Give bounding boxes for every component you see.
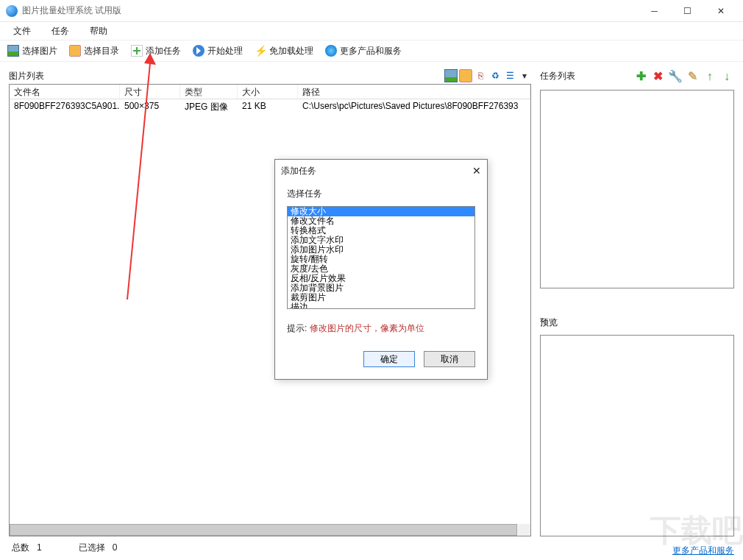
task-list-title: 任务列表 bbox=[540, 70, 575, 82]
list-view-icon[interactable]: ☰ bbox=[503, 69, 516, 82]
group-label: 选择任务 bbox=[287, 188, 475, 200]
play-icon bbox=[193, 45, 205, 57]
select-images-button[interactable]: 选择图片 bbox=[4, 43, 60, 59]
preview-panel bbox=[540, 335, 734, 536]
preview-title: 预览 bbox=[540, 316, 734, 329]
col-path[interactable]: 路径 bbox=[298, 85, 530, 99]
select-folder-button[interactable]: 选择目录 bbox=[66, 43, 122, 59]
menu-help[interactable]: 帮助 bbox=[84, 24, 113, 39]
col-size[interactable]: 尺寸 bbox=[120, 85, 180, 99]
ok-button[interactable]: 确定 bbox=[363, 351, 415, 367]
toolbar: 选择图片 选择目录 添加任务 开始处理 ⚡ 免加载处理 更多产品和服务 bbox=[0, 40, 743, 62]
list-item[interactable]: 裁剪图片 bbox=[288, 293, 474, 302]
photo-icon bbox=[7, 45, 19, 57]
list-item[interactable]: 描边 bbox=[288, 302, 474, 309]
recycle-icon[interactable]: ♻ bbox=[488, 69, 502, 82]
start-button[interactable]: 开始处理 bbox=[190, 43, 246, 59]
cancel-button[interactable]: 取消 bbox=[424, 351, 475, 367]
image-list-title: 图片列表 bbox=[9, 70, 44, 82]
maximize-button[interactable]: ☐ bbox=[671, 0, 704, 22]
footer-link[interactable]: 更多产品和服务 bbox=[672, 545, 734, 557]
folder-mini-icon[interactable] bbox=[459, 69, 472, 82]
add-icon[interactable]: ✚ bbox=[633, 69, 648, 83]
clear-icon[interactable]: ✎ bbox=[685, 69, 700, 83]
hint-text: 提示: 修改图片的尺寸，像素为单位 bbox=[287, 322, 475, 335]
dialog-title: 添加任务 bbox=[281, 165, 316, 177]
task-list-panel bbox=[540, 90, 734, 288]
more-products-button[interactable]: 更多产品和服务 bbox=[322, 43, 405, 59]
col-type[interactable]: 类型 bbox=[180, 85, 238, 99]
export-icon[interactable]: ⎘ bbox=[474, 69, 487, 82]
dropdown-icon[interactable]: ▾ bbox=[518, 69, 531, 82]
image-list-toolbar: ⎘ ♻ ☰ ▾ bbox=[444, 69, 531, 82]
menu-bar: 文件 任务 帮助 bbox=[0, 22, 743, 40]
thumb-view-icon[interactable] bbox=[444, 69, 458, 82]
delete-icon[interactable]: ✖ bbox=[651, 69, 666, 83]
move-down-icon[interactable]: ↓ bbox=[719, 70, 734, 83]
title-bar: 图片批量处理系统 试用版 ─ ☐ ✕ bbox=[0, 0, 743, 22]
plus-icon bbox=[131, 45, 143, 57]
dialog-close-icon[interactable]: ✕ bbox=[472, 165, 481, 177]
col-filesize[interactable]: 大小 bbox=[238, 85, 298, 99]
task-toolbar: ✚ ✖ 🔧 ✎ ↑ ↓ bbox=[633, 69, 734, 83]
task-listbox[interactable]: 修改大小 修改文件名 转换格式 添加文字水印 添加图片水印 旋转/翻转 灰度/去… bbox=[287, 206, 475, 309]
no-load-button[interactable]: ⚡ 免加载处理 bbox=[252, 43, 316, 59]
close-button[interactable]: ✕ bbox=[704, 0, 737, 22]
col-filename[interactable]: 文件名 bbox=[10, 85, 120, 99]
window-title: 图片批量处理系统 试用版 bbox=[22, 4, 638, 17]
add-task-button[interactable]: 添加任务 bbox=[128, 43, 184, 59]
folder-icon bbox=[69, 45, 81, 57]
globe-icon bbox=[325, 45, 337, 57]
status-bar: 总数 1 已选择 0 bbox=[0, 539, 743, 556]
minimize-button[interactable]: ─ bbox=[638, 0, 671, 22]
app-icon bbox=[6, 5, 18, 17]
wrench-icon[interactable]: 🔧 bbox=[668, 69, 683, 83]
add-task-dialog: 添加任务 ✕ 选择任务 修改大小 修改文件名 转换格式 添加文字水印 添加图片水… bbox=[274, 159, 488, 380]
bolt-icon: ⚡ bbox=[255, 45, 266, 57]
menu-task[interactable]: 任务 bbox=[46, 24, 75, 39]
menu-file[interactable]: 文件 bbox=[7, 24, 37, 39]
move-up-icon[interactable]: ↑ bbox=[703, 70, 717, 83]
table-row[interactable]: 8F090BFF276393C5A901... 500×375 JPEG 图像 … bbox=[10, 99, 530, 114]
h-scrollbar[interactable] bbox=[10, 524, 530, 536]
